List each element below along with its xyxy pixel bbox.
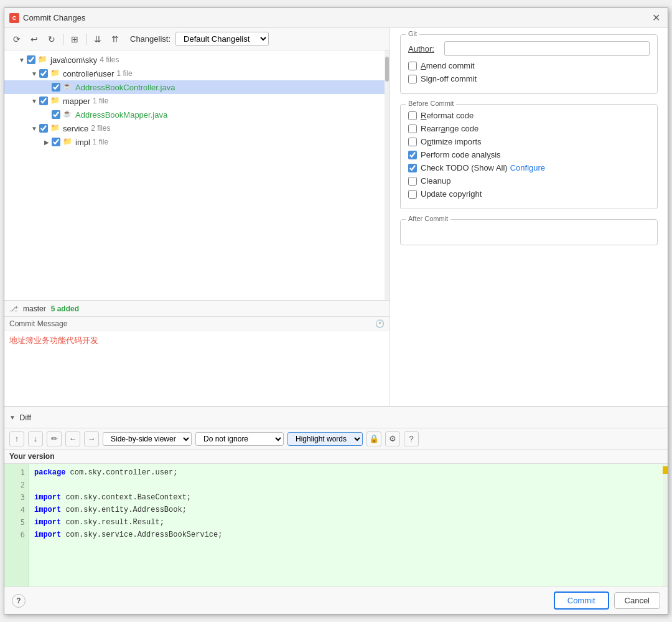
forward-button[interactable]: → — [84, 431, 99, 446]
bottom-left: ? — [12, 594, 26, 608]
viewer-dropdown[interactable]: Side-by-side viewer Unified viewer — [103, 432, 192, 446]
rearrange-code-checkbox[interactable] — [408, 125, 417, 133]
tree-label-address-controller: AddressBookController.java — [75, 83, 175, 92]
checkbox-impl[interactable] — [52, 138, 60, 146]
line-numbers: 1 2 3 4 5 6 — [4, 464, 29, 587]
check-todo-row: Check TODO (Show All) Configure — [408, 163, 650, 172]
help-diff-button[interactable]: ? — [404, 431, 419, 446]
help-button[interactable]: ? — [12, 594, 26, 608]
commit-button[interactable]: Commit — [554, 591, 609, 610]
folder-icon: 📁 — [63, 137, 73, 147]
prev-change-button[interactable]: ↑ — [9, 431, 24, 446]
edit-button[interactable]: ✏ — [47, 431, 62, 446]
collapse-button[interactable]: ⇈ — [108, 32, 123, 47]
sign-off-label: Sign-off commit — [421, 74, 477, 83]
highlight-dropdown[interactable]: Highlight words Highlight lines — [287, 432, 363, 446]
amend-commit-label: Amend commit — [421, 61, 475, 70]
mini-scrollbar[interactable] — [663, 464, 668, 587]
reformat-code-row: Reformat code — [408, 111, 650, 120]
cleanup-checkbox[interactable] — [408, 177, 417, 186]
toolbar: ⟳ ↩ ↻ ⊞ ⇊ ⇈ Changelist: Default Changeli… — [4, 28, 390, 50]
sep1 — [63, 34, 63, 45]
tree-item-java-sky[interactable]: ▼ 📁 java\com\sky 4 files — [4, 53, 390, 67]
expand-icon — [42, 82, 52, 92]
tree-count-service: 2 files — [91, 124, 110, 133]
tree-item-controller[interactable]: ▼ 📁 controller\user 1 file — [4, 67, 390, 80]
code-line-6: import com.sky.service.AddressBookServic… — [34, 529, 658, 541]
after-commit-title: After Commit — [406, 215, 450, 222]
checkbox-mapper[interactable] — [39, 97, 48, 105]
branch-icon: ⎇ — [9, 304, 18, 313]
lock-button[interactable]: 🔒 — [366, 431, 381, 446]
bottom-bar: ? Commit Cancel — [4, 587, 668, 614]
author-row: Author: — [408, 41, 650, 56]
tree-scrollbar[interactable] — [385, 50, 390, 300]
code-line-4: import com.sky.entity.AddressBook; — [34, 504, 658, 516]
commit-msg-header: Commit Message 🕐 — [4, 317, 390, 331]
added-badge: 5 added — [51, 304, 79, 313]
commit-message-section: Commit Message 🕐 — [4, 316, 390, 406]
check-todo-label: Check TODO (Show All) — [421, 163, 508, 172]
file-tree: ▼ 📁 java\com\sky 4 files ▼ 📁 controller\… — [4, 50, 390, 300]
perform-analysis-label: Perform code analysis — [421, 150, 501, 159]
expand-icon: ▼ — [17, 55, 27, 65]
tree-item-service[interactable]: ▼ 📁 service 2 files — [4, 121, 390, 135]
checkbox-java-sky[interactable] — [27, 55, 35, 64]
expand-button[interactable]: ⇊ — [90, 32, 105, 47]
checkbox-address-controller[interactable] — [52, 83, 60, 92]
sign-off-checkbox[interactable] — [408, 75, 417, 83]
commit-msg-label: Commit Message — [9, 319, 67, 328]
refresh-button[interactable]: ⟳ — [9, 32, 24, 47]
group-button[interactable]: ⊞ — [67, 32, 82, 47]
author-input[interactable] — [444, 41, 650, 56]
git-section: Git Author: Amend commit Sign-off commit — [400, 34, 658, 94]
close-button[interactable]: ✕ — [650, 12, 663, 24]
tree-count-controller: 1 file — [116, 69, 132, 78]
settings-button[interactable]: ⚙ — [385, 431, 400, 446]
scrollbar-thumb[interactable] — [385, 57, 389, 82]
cleanup-label: Cleanup — [421, 176, 450, 186]
bottom-right: Commit Cancel — [554, 591, 660, 610]
tree-count-java-sky: 4 files — [100, 55, 119, 64]
cancel-button[interactable]: Cancel — [614, 592, 660, 609]
checkbox-service[interactable] — [39, 124, 48, 133]
cleanup-row: Cleanup — [408, 176, 650, 186]
tree-label-impl: impl — [75, 138, 90, 147]
diff-toolbar: ↑ ↓ ✏ ← → Side-by-side viewer Unified vi… — [4, 428, 668, 450]
undo-button[interactable]: ↩ — [27, 32, 42, 47]
commit-message-input[interactable] — [4, 331, 390, 406]
folder-icon: 📁 — [50, 123, 60, 133]
update-copyright-label: Update copyright — [421, 189, 482, 199]
tree-item-address-controller[interactable]: ☕ AddressBookController.java — [4, 80, 390, 94]
amend-commit-checkbox[interactable] — [408, 62, 417, 70]
expand-icon: ▼ — [29, 68, 39, 78]
configure-link[interactable]: Configure — [510, 163, 545, 172]
optimize-imports-label: Optimize imports — [421, 137, 482, 146]
rearrange-code-row: Rearrange code — [408, 124, 650, 133]
tree-item-address-mapper[interactable]: ☕ AddressBookMapper.java — [4, 108, 390, 121]
folder-icon: 📁 — [50, 96, 60, 106]
rearrange-code-label: Rearrange code — [421, 124, 478, 133]
redo-button[interactable]: ↻ — [44, 32, 59, 47]
before-commit-section: Before Commit Reformat code Rearrange co… — [400, 104, 658, 209]
changelist-label: Changelist: — [130, 34, 170, 44]
next-change-button[interactable]: ↓ — [28, 431, 43, 446]
ignore-dropdown[interactable]: Do not ignore Ignore whitespaces — [195, 432, 284, 446]
amend-commit-row: Amend commit — [408, 61, 650, 70]
tree-item-mapper[interactable]: ▼ 📁 mapper 1 file — [4, 94, 390, 108]
checkbox-controller[interactable] — [39, 69, 48, 78]
sign-off-row: Sign-off commit — [408, 74, 650, 83]
back-button[interactable]: ← — [65, 431, 80, 446]
perform-analysis-checkbox[interactable] — [408, 151, 417, 159]
optimize-imports-checkbox[interactable] — [408, 138, 417, 146]
update-copyright-checkbox[interactable] — [408, 190, 417, 199]
changelist-dropdown[interactable]: Default Changelist — [175, 32, 269, 46]
code-line-1: package com.sky.controller.user; — [34, 466, 658, 479]
diff-collapse-icon[interactable]: ▼ — [9, 414, 16, 421]
reformat-code-checkbox[interactable] — [408, 111, 417, 120]
check-todo-checkbox[interactable] — [408, 164, 417, 172]
tree-item-impl[interactable]: ▶ 📁 impl 1 file — [4, 135, 390, 149]
history-icon[interactable]: 🕐 — [375, 319, 385, 328]
checkbox-address-mapper[interactable] — [52, 110, 60, 119]
folder-icon: 📁 — [50, 68, 60, 78]
